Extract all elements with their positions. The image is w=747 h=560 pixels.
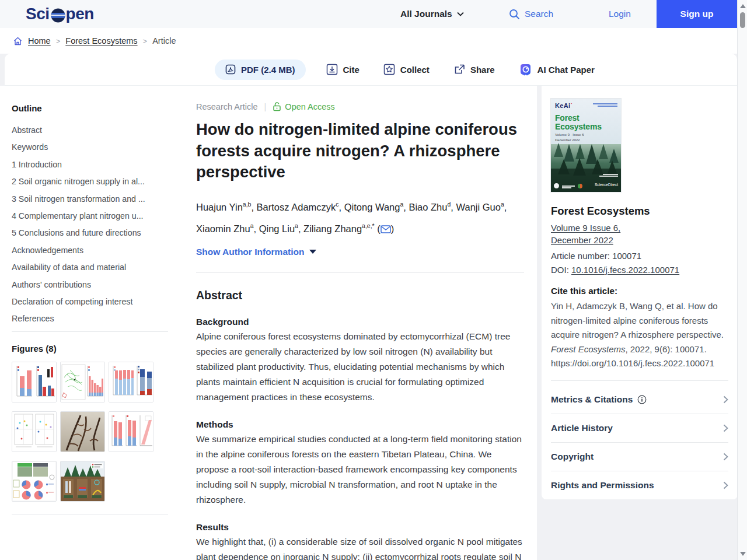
journal-cover[interactable]: KeAi˙ Forest Ecosystems Volume 9 · Issue…	[551, 99, 621, 192]
logo-text-pen: pen	[66, 5, 94, 23]
article-toolbar: PDF (2.4 MB) Cite Collect Share AI Chat …	[5, 54, 737, 86]
rights-permissions-row[interactable]: Rights and Permissions	[551, 471, 728, 500]
collect-label: Collect	[400, 65, 430, 75]
sciopen-logo[interactable]: Sci pen	[26, 0, 94, 28]
scroll-up-arrow-icon[interactable]	[740, 4, 746, 8]
figure-thumbnail-8[interactable]	[60, 461, 105, 502]
outline-item-introduction[interactable]: 1 Introduction	[12, 160, 181, 169]
author-list: Huajun Yina,b, Bartosz Adamczykc, Qitong…	[196, 195, 524, 239]
login-button[interactable]: Login	[609, 0, 631, 28]
collect-button[interactable]: Collect	[380, 63, 433, 76]
results-heading: Results	[196, 522, 524, 533]
breadcrumb-journal[interactable]: Forest Ecosystems	[65, 36, 137, 46]
breadcrumb-home[interactable]: Home	[28, 36, 51, 46]
vertical-scrollbar[interactable]	[737, 0, 747, 560]
paren: (	[375, 223, 381, 234]
figures-title: Figures (8)	[12, 344, 181, 354]
copyright-row[interactable]: Copyright	[551, 443, 728, 471]
article-history-label: Article History	[551, 423, 613, 433]
outline-item-section4[interactable]: 4 Complementary plant nitrogen u...	[12, 211, 181, 220]
journal-info-card: KeAi˙ Forest Ecosystems Volume 9 · Issue…	[542, 86, 738, 499]
keai-logo: KeAi˙	[555, 102, 573, 109]
doi-link[interactable]: 10.1016/j.fecs.2022.100071	[571, 265, 679, 275]
all-journals-dropdown[interactable]: All Journals	[400, 0, 464, 28]
pdf-icon	[225, 64, 236, 75]
share-button[interactable]: Share	[450, 63, 498, 76]
figure-thumbnail-5[interactable]	[60, 411, 105, 452]
chevron-right-icon	[723, 481, 728, 489]
figure-thumbnail-1[interactable]	[12, 362, 57, 402]
author[interactable]: , Bartosz Adamczyk	[251, 201, 336, 212]
globe-icon	[51, 8, 65, 23]
caret-down-icon	[309, 250, 316, 254]
outline-item-section5[interactable]: 5 Conclusions and future directions	[12, 228, 181, 237]
ai-chat-label: AI Chat Paper	[537, 65, 595, 75]
outline-item-section2[interactable]: 2 Soil organic nitrogen supply in al...	[12, 177, 181, 186]
outline-item-references[interactable]: References	[12, 314, 181, 323]
scrollbar-thumb[interactable]	[740, 12, 745, 28]
author[interactable]: , Ziliang Zhang	[298, 223, 362, 234]
outline-item-acknowledgements[interactable]: Acknowledgements	[12, 246, 181, 255]
page: Sci pen All Journals Search Login	[0, 0, 747, 560]
show-author-information-toggle[interactable]: Show Author Information	[196, 247, 524, 257]
figure-8-soil-diagram	[61, 461, 104, 501]
figure-thumbnail-3[interactable]	[109, 362, 153, 402]
chevron-right-icon	[723, 396, 728, 404]
cite-icon	[326, 64, 338, 75]
results-text: We highlight that, (i) a considerable si…	[196, 534, 524, 560]
outline-item-section3[interactable]: 3 Soil nitrogen transformation and ...	[12, 194, 181, 204]
sidebar-divider	[12, 331, 168, 332]
author[interactable]: , Qitong Wang	[339, 201, 400, 212]
article-meta-row: Research Article | Open Access	[196, 102, 524, 111]
figure-thumbnail-2[interactable]	[60, 362, 105, 402]
author[interactable]: , Wanji Guo	[451, 201, 501, 212]
signup-label: Sign up	[680, 9, 714, 19]
author[interactable]: , Biao Zhu	[403, 201, 447, 212]
background-text: Alpine coniferous forest ecosystems domi…	[196, 329, 524, 405]
cover-date-text: December 2022	[555, 138, 580, 142]
outline-item-contributions[interactable]: Authors' contributions	[12, 280, 181, 289]
email-icon[interactable]	[381, 225, 391, 233]
scroll-down-arrow-icon[interactable]	[740, 552, 746, 556]
section-divider	[196, 272, 524, 273]
article-type-label: Research Article	[196, 102, 258, 111]
share-label: Share	[470, 65, 495, 75]
author[interactable]: Huajun Yin	[196, 201, 243, 212]
metrics-citations-label: Metrics & Citations	[551, 394, 633, 405]
article-history-row[interactable]: Article History	[551, 414, 728, 443]
journal-mini-logo	[578, 184, 582, 188]
cite-button[interactable]: Cite	[323, 63, 363, 76]
info-icon[interactable]	[637, 395, 647, 404]
outline-item-declaration[interactable]: Declaration of competing interest	[12, 297, 181, 306]
chevron-right-icon	[723, 424, 728, 432]
author[interactable]: , Qing Liu	[253, 223, 295, 234]
rights-permissions-label: Rights and Permissions	[551, 480, 654, 491]
figure-thumbnail-7[interactable]	[12, 461, 57, 502]
figure-thumbnail-4[interactable]	[12, 411, 57, 452]
home-icon	[13, 36, 23, 46]
outline-item-availability[interactable]: Availability of data and material	[12, 262, 181, 272]
search-button[interactable]: Search	[509, 0, 553, 28]
volume-issue-link[interactable]: Volume 9 Issue 6,	[551, 222, 620, 234]
outline-item-abstract[interactable]: Abstract	[12, 125, 181, 135]
top-header: Sci pen All Journals Search Login	[0, 0, 737, 28]
search-icon	[509, 9, 520, 20]
figure-thumbnail-6[interactable]	[109, 411, 153, 452]
ai-chat-icon	[519, 63, 532, 76]
citation-text: Yin H, Adamczyk B, Wang Q, et al. How do…	[551, 299, 728, 371]
issue-date-link[interactable]: December 2022	[551, 234, 613, 246]
ai-chat-paper-button[interactable]: AI Chat Paper	[515, 62, 598, 77]
metrics-citations-row[interactable]: Metrics & Citations	[551, 386, 728, 414]
pdf-download-button[interactable]: PDF (2.4 MB)	[215, 60, 306, 80]
figure-1-bar-chart	[12, 362, 56, 402]
copyright-label: Copyright	[551, 452, 594, 462]
open-access-badge[interactable]: Open Access	[273, 102, 334, 111]
university-name-text	[562, 186, 575, 188]
doi-label: DOI:	[551, 265, 569, 275]
figure-4-scatter-plots	[12, 412, 56, 452]
outline-item-keywords[interactable]: Keywords	[12, 142, 181, 152]
sciencedirect-label: ScienceDirect	[595, 183, 618, 187]
breadcrumb-separator: >	[143, 37, 148, 46]
search-label: Search	[525, 9, 553, 19]
signup-button[interactable]: Sign up	[657, 0, 737, 28]
